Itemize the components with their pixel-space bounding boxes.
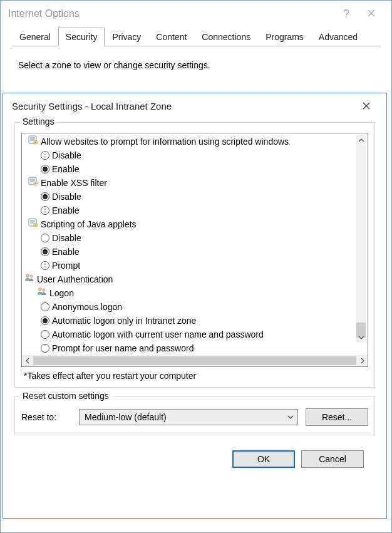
tab-strip: General Security Privacy Content Connect…	[12, 27, 380, 46]
reset-level-combobox[interactable]: Medium-low (default)	[79, 409, 298, 425]
tree-label: User Authentication	[37, 272, 113, 286]
tree-label: Enable XSS filter	[41, 176, 107, 190]
tab-content[interactable]: Content	[148, 28, 194, 46]
tab-general[interactable]: General	[12, 28, 58, 46]
tab-connections[interactable]: Connections	[194, 28, 258, 46]
radio-label: Prompt	[52, 259, 80, 272]
radio-label: Disable	[52, 231, 81, 245]
radio-label: Automatic logon only in Intranet zone	[52, 314, 196, 328]
radio-option[interactable]: Enable	[24, 162, 368, 176]
tree-label: Allow websites to prompt for information…	[41, 135, 289, 148]
reset-button[interactable]: Reset...	[306, 408, 368, 426]
tree-label: Scripting of Java applets	[41, 217, 137, 231]
radio-label: Anonymous logon	[52, 300, 122, 314]
radio-icon[interactable]	[41, 151, 49, 160]
radio-label: Enable	[52, 245, 80, 259]
radio-icon[interactable]	[41, 165, 49, 173]
radio-option[interactable]: Enable	[24, 204, 368, 217]
radio-option[interactable]: Automatic logon only in Intranet zone	[24, 314, 368, 328]
radio-option[interactable]: Enable	[24, 245, 368, 259]
radio-option[interactable]: Prompt	[24, 259, 368, 272]
tree-category: Scripting of Java applets	[24, 217, 368, 231]
radio-label: Disable	[52, 190, 81, 204]
scroll-right-icon[interactable]	[357, 358, 368, 364]
radio-icon[interactable]	[41, 303, 49, 311]
help-icon[interactable]: ?	[334, 8, 359, 21]
hscroll-track[interactable]	[33, 356, 356, 365]
settings-groupbox: Settings Allow websites to prompt for in…	[14, 122, 375, 388]
radio-icon[interactable]	[41, 316, 49, 325]
svg-point-9	[43, 289, 45, 291]
dlg-title: Security Settings - Local Intranet Zone	[12, 101, 355, 111]
security-settings-dialog: Security Settings - Local Intranet Zone …	[3, 93, 387, 519]
radio-label: Prompt for user name and password	[52, 341, 193, 355]
bg-body: Select a zone to view or change security…	[1, 46, 391, 84]
combo-value: Medium-low (default)	[85, 412, 167, 422]
radio-option[interactable]: Anonymous logon	[24, 300, 368, 314]
vertical-scrollbar[interactable]	[356, 135, 366, 343]
radio-icon[interactable]	[41, 234, 49, 242]
tab-programs[interactable]: Programs	[258, 28, 311, 46]
scroll-down-icon[interactable]	[356, 332, 366, 343]
settings-legend: Settings	[20, 116, 57, 127]
dlg-titlebar: Security Settings - Local Intranet Zone	[3, 93, 386, 118]
users-icon	[24, 272, 34, 286]
tree-label: Logon	[49, 286, 74, 300]
scroll-up-icon[interactable]	[356, 135, 366, 145]
radio-icon[interactable]	[41, 344, 49, 353]
scroll-left-icon[interactable]	[22, 358, 33, 364]
radio-label: Enable	[52, 162, 80, 176]
radio-option[interactable]: Prompt for user name and password	[24, 341, 368, 355]
bg-window-title: Internet Options	[8, 8, 334, 19]
users-icon	[37, 286, 47, 300]
cancel-button[interactable]: Cancel	[301, 450, 364, 468]
svg-point-7	[30, 275, 33, 277]
chevron-down-icon	[287, 412, 294, 422]
tab-security[interactable]: Security	[58, 28, 105, 46]
reset-groupbox: Reset custom settings Reset to: Medium-l…	[14, 396, 375, 435]
radio-option[interactable]: Disable	[24, 148, 368, 162]
reset-to-label: Reset to:	[21, 412, 71, 422]
radio-option[interactable]: Disable	[24, 231, 368, 245]
settings-tree: Allow websites to prompt for information…	[21, 133, 368, 367]
radio-icon[interactable]	[41, 192, 49, 201]
radio-icon[interactable]	[41, 261, 49, 270]
restart-footnote: *Takes effect after you restart your com…	[21, 367, 368, 381]
ok-button[interactable]: OK	[232, 450, 295, 468]
zone-instruction-text: Select a zone to view or change security…	[18, 60, 210, 70]
close-icon[interactable]	[355, 96, 378, 115]
script-icon	[28, 217, 38, 231]
reset-legend: Reset custom settings	[20, 391, 111, 401]
tab-privacy[interactable]: Privacy	[105, 28, 148, 46]
tab-advanced[interactable]: Advanced	[311, 28, 365, 46]
close-icon[interactable]	[359, 8, 384, 19]
svg-point-8	[39, 288, 42, 291]
radio-option[interactable]: Disable	[24, 190, 368, 204]
radio-option[interactable]: Automatic logon with current user name a…	[24, 328, 368, 341]
tree-category: Enable XSS filter	[24, 176, 368, 190]
horizontal-scrollbar[interactable]	[22, 355, 368, 366]
radio-icon[interactable]	[41, 206, 49, 215]
tree-category: Allow websites to prompt for information…	[24, 135, 368, 148]
svg-point-6	[26, 274, 29, 277]
script-icon	[28, 176, 38, 190]
radio-label: Disable	[52, 148, 81, 162]
tree-subcategory: Logon	[24, 286, 368, 300]
radio-icon[interactable]	[41, 330, 49, 339]
radio-label: Automatic logon with current user name a…	[52, 328, 264, 341]
bg-titlebar: Internet Options ?	[1, 1, 391, 27]
radio-label: Enable	[52, 204, 80, 217]
radio-icon[interactable]	[41, 247, 49, 256]
script-icon	[28, 135, 38, 148]
tree-category: User Authentication	[24, 272, 368, 286]
